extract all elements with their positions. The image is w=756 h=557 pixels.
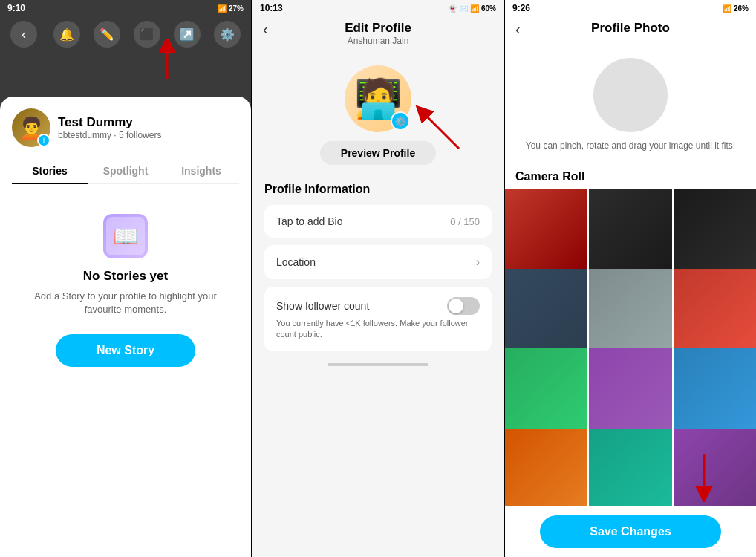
annotation-arrow-camera bbox=[407, 97, 466, 159]
follower-label: Show follower count bbox=[276, 300, 369, 312]
profile-photo-title: Profile Photo bbox=[515, 21, 746, 36]
photo-placeholder-1 bbox=[505, 189, 587, 272]
edit-profile-title: Edit Profile bbox=[263, 21, 493, 36]
signal-icon-2: 📶 bbox=[470, 4, 479, 13]
photo-placeholder-9 bbox=[674, 348, 756, 431]
status-icons-2: 👻 ✉️ 📶 60% bbox=[448, 4, 496, 13]
save-btn-container: Save Changes bbox=[505, 506, 756, 557]
back-button-3[interactable]: ‹ bbox=[515, 21, 521, 38]
photo-placeholder-8 bbox=[589, 348, 671, 431]
mail-icon: ✉️ bbox=[459, 4, 468, 13]
photo-placeholder-5 bbox=[589, 269, 671, 351]
camera-roll-title: Camera Roll bbox=[505, 163, 756, 189]
follower-item: Show follower count You currently have <… bbox=[264, 287, 492, 351]
photo-placeholder-4 bbox=[505, 269, 587, 351]
avatar-add-icon[interactable]: + bbox=[37, 134, 50, 147]
annotation-arrow-settings bbox=[149, 39, 186, 86]
bio-count: 0 / 150 bbox=[450, 216, 480, 227]
battery-icon: 27% bbox=[229, 4, 244, 13]
save-changes-button[interactable]: Save Changes bbox=[540, 515, 722, 548]
panel-profile-photo: 9:26 📶 26% ‹ Profile Photo You can pinch… bbox=[505, 0, 756, 557]
profile-name: Test Dummy bbox=[58, 115, 161, 130]
time-3: 9:26 bbox=[512, 3, 530, 13]
location-label: Location bbox=[276, 256, 316, 268]
bio-label: Tap to add Bio bbox=[276, 215, 343, 227]
snapchat-icon: 👻 bbox=[448, 4, 457, 13]
battery-icon-2: 60% bbox=[481, 4, 496, 13]
photo-placeholder-7 bbox=[505, 348, 587, 431]
bitmoji-avatar: 🧑‍💻 ⚙️ bbox=[345, 65, 411, 132]
status-bar-3: 9:26 📶 26% bbox=[505, 0, 756, 16]
photo-cell-8[interactable] bbox=[589, 348, 671, 431]
status-icons-3: 📶 26% bbox=[723, 4, 749, 13]
tabs-row: Stories Spotlight Insights bbox=[12, 159, 239, 184]
photo-cell-7[interactable] bbox=[505, 348, 587, 431]
tab-spotlight[interactable]: Spotlight bbox=[88, 159, 163, 183]
profile-info-section: Profile Information Tap to add Bio 0 / 1… bbox=[252, 172, 504, 359]
section-title: Profile Information bbox=[264, 183, 492, 196]
tab-stories[interactable]: Stories bbox=[12, 159, 88, 184]
photo-hint: You can pinch, rotate and drag your imag… bbox=[526, 140, 735, 152]
location-item[interactable]: Location › bbox=[264, 245, 492, 279]
notification-icon[interactable]: 🔔 bbox=[53, 21, 80, 48]
panel-snapchat-profile: 9:10 📶 27% ‹ 🔔 ✏️ ⬛ ↗️ ⚙️ bbox=[0, 0, 251, 557]
edit-profile-subtitle: Anshuman Jain bbox=[263, 36, 493, 46]
profile-row: 🧑‍🦱 + Test Dummy bbtestdummy · 5 followe… bbox=[12, 108, 239, 147]
no-stories-desc: Add a Story to your profile to highlight… bbox=[27, 290, 224, 316]
photo-placeholder-10 bbox=[505, 429, 587, 506]
chevron-right-icon: › bbox=[476, 255, 480, 269]
toggle-knob bbox=[449, 299, 463, 313]
new-story-button[interactable]: New Story bbox=[56, 334, 195, 367]
time-1: 9:10 bbox=[7, 3, 25, 13]
photo-cell-10[interactable] bbox=[505, 429, 587, 506]
time-2: 10:13 bbox=[260, 3, 283, 13]
no-stories-area: 📖 No Stories yet Add a Story to your pro… bbox=[12, 199, 239, 545]
photo-placeholder-11 bbox=[589, 429, 671, 506]
status-bar-1: 9:10 📶 27% bbox=[0, 0, 251, 16]
photo-cell-2[interactable] bbox=[589, 189, 671, 272]
back-button[interactable]: ‹ bbox=[10, 21, 37, 48]
profile-photo-header: ‹ Profile Photo bbox=[505, 16, 756, 43]
photo-cell-1[interactable] bbox=[505, 189, 587, 272]
edit-profile-header: ‹ Edit Profile Anshuman Jain bbox=[252, 16, 504, 53]
settings-icon[interactable]: ⚙️ bbox=[214, 21, 241, 48]
photo-circle bbox=[593, 58, 668, 132]
photo-cell-11[interactable] bbox=[589, 429, 671, 506]
tab-insights[interactable]: Insights bbox=[163, 159, 239, 183]
panel-edit-profile: 10:13 👻 ✉️ 📶 60% ‹ Edit Profile Anshuman… bbox=[252, 0, 504, 557]
story-icon: 📖 bbox=[103, 214, 148, 258]
panel1-content: 🧑‍🦱 + Test Dummy bbtestdummy · 5 followe… bbox=[0, 97, 251, 557]
photo-placeholder-3 bbox=[674, 189, 756, 272]
nav-bar-1: ‹ 🔔 ✏️ ⬛ ↗️ ⚙️ bbox=[0, 16, 251, 52]
follower-top-row: Show follower count bbox=[276, 297, 480, 315]
signal-icon: 📶 bbox=[218, 4, 227, 13]
back-button-2[interactable]: ‹ bbox=[263, 21, 268, 38]
follower-note: You currently have <1K followers. Make y… bbox=[276, 318, 480, 341]
photo-cell-6[interactable] bbox=[674, 269, 756, 351]
signal-icon-3: 📶 bbox=[723, 4, 731, 13]
profile-text: Test Dummy bbtestdummy · 5 followers bbox=[58, 115, 161, 140]
photo-cell-4[interactable] bbox=[505, 269, 587, 351]
photo-placeholder-6 bbox=[674, 269, 756, 351]
photo-cell-9[interactable] bbox=[674, 348, 756, 431]
battery-icon-3: 26% bbox=[734, 4, 749, 13]
annotation-arrow-save bbox=[682, 450, 726, 505]
follower-toggle[interactable] bbox=[447, 297, 480, 315]
bio-item[interactable]: Tap to add Bio 0 / 150 bbox=[264, 205, 492, 238]
photo-placeholder-2 bbox=[589, 189, 671, 272]
photo-cell-5[interactable] bbox=[589, 269, 671, 351]
bottom-nav-bar-2 bbox=[328, 363, 428, 366]
edit-icon[interactable]: ✏️ bbox=[94, 21, 120, 48]
svg-line-1 bbox=[422, 111, 459, 149]
status-bar-2: 10:13 👻 ✉️ 📶 60% bbox=[252, 0, 504, 16]
avatar-container: 🧑‍🦱 + bbox=[12, 108, 50, 147]
no-stories-title: No Stories yet bbox=[83, 269, 168, 284]
photo-cell-3[interactable] bbox=[674, 189, 756, 272]
profile-username: bbtestdummy · 5 followers bbox=[58, 130, 161, 140]
nav-icons: 🔔 ✏️ ⬛ ↗️ ⚙️ bbox=[53, 21, 241, 48]
status-icons-1: 📶 27% bbox=[218, 4, 244, 13]
photo-preview-area: You can pinch, rotate and drag your imag… bbox=[505, 43, 756, 163]
